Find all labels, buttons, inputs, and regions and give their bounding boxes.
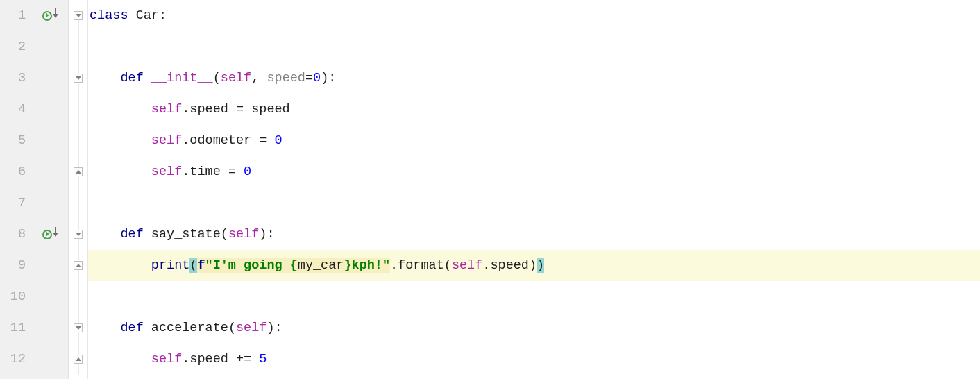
line-number: 4 [0,102,28,117]
fold-toggle-icon[interactable] [74,230,83,239]
line-number: 1 [0,8,28,23]
fold-toggle-icon[interactable] [74,167,83,176]
gutter-row[interactable]: 10 [0,281,68,312]
line-number: 11 [0,321,28,335]
gutter-row[interactable]: 5 [0,125,68,156]
code-line[interactable]: def say_state(self): [88,219,980,250]
line-number: 10 [0,289,28,304]
editor-area[interactable]: class Car: def __init__(self, speed=0): … [88,0,980,379]
code-line[interactable]: class Car: [88,0,980,31]
code-line[interactable]: def accelerate(self): [88,312,980,344]
code-line[interactable] [88,31,980,62]
fold-toggle-icon[interactable] [74,261,83,270]
code-line[interactable]: self.speed += 5 [88,344,980,375]
line-number: 7 [0,196,28,210]
line-number: 9 [0,258,28,273]
line-number: 2 [0,40,28,54]
code-line[interactable]: def __init__(self, speed=0): [88,62,980,94]
gutter-row[interactable]: 1 [0,0,68,31]
run-gutter-icon[interactable] [42,230,58,239]
code-line[interactable]: self.speed = speed [88,94,980,125]
line-number: 8 [0,227,28,242]
gutter-row[interactable]: 3 [0,62,68,94]
line-number: 5 [0,133,28,148]
fold-toggle-icon[interactable] [74,323,83,332]
gutter: 1 2 3 4 5 6 7 8 9 10 11 12 [0,0,69,379]
gutter-row[interactable]: 6 [0,156,68,187]
matched-paren: ) [537,258,544,273]
fold-toggle-icon[interactable] [74,74,83,83]
code-line[interactable]: self.time = 0 [88,156,980,187]
code-line-current[interactable]: print(f"I'm going {my_car}kph!".format(s… [88,250,980,281]
run-gutter-icon[interactable] [42,11,58,21]
fold-toggle-icon[interactable] [74,355,83,364]
gutter-row[interactable]: 11 [0,312,68,344]
line-number: 12 [0,352,28,367]
line-number: 3 [0,71,28,85]
code-line[interactable] [88,187,980,219]
gutter-row[interactable]: 8 [0,219,68,250]
code-line[interactable] [88,281,980,312]
gutter-row[interactable]: 7 [0,187,68,219]
gutter-row[interactable]: 2 [0,31,68,62]
code-line[interactable]: self.odometer = 0 [88,125,980,156]
matched-paren: ( [189,258,197,273]
fold-column [69,0,88,379]
gutter-row[interactable]: 12 [0,344,68,375]
gutter-row[interactable]: 9 [0,250,68,281]
gutter-row[interactable]: 4 [0,94,68,125]
fold-toggle-icon[interactable] [74,11,83,20]
line-number: 6 [0,165,28,179]
